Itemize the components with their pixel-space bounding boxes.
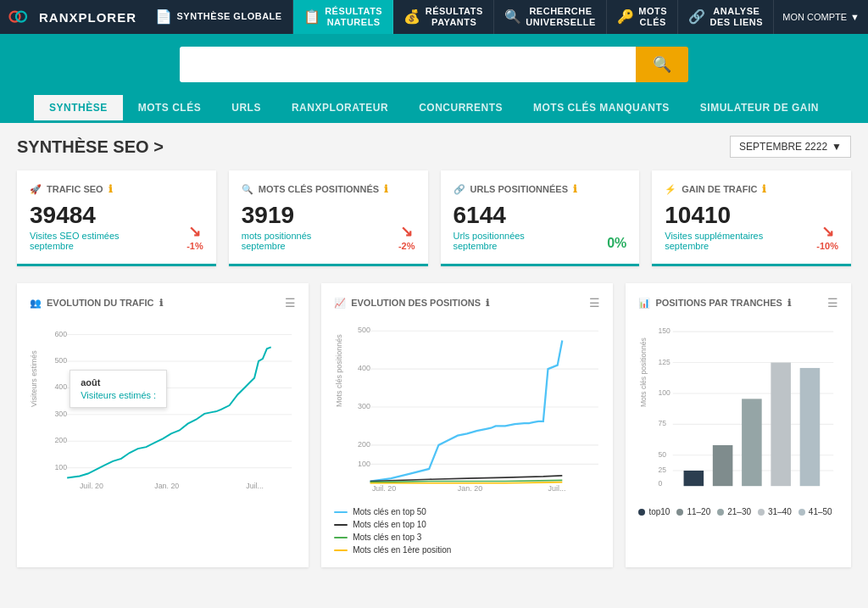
kpi-urls: 🔗 URLS POSITIONNÉES ℹ 6144 Urls position… — [441, 170, 640, 266]
nav-icon-liens: 🔗 — [688, 8, 706, 25]
legend-label-1st: Mots clés en 1ère position — [353, 545, 451, 555]
search-button[interactable]: 🔍 — [636, 47, 688, 82]
svg-text:200: 200 — [358, 440, 370, 449]
bar-41-50 — [800, 368, 821, 486]
tab-concurrents[interactable]: CONCURRENTS — [403, 95, 518, 123]
svg-text:400: 400 — [54, 382, 67, 391]
kpi-change-value-trafic: -1% — [186, 241, 203, 251]
kpi-body-urls: 6144 Urls positionnées septembre 0% — [453, 202, 627, 251]
chart-tooltip-trafic: août Visiteurs estimés : — [70, 370, 167, 408]
tab-mots-cles[interactable]: MOTS CLÉS — [123, 95, 217, 123]
tab-simulateur-gain[interactable]: SIMULATEUR DE GAIN — [685, 95, 834, 123]
trafic-icon: 🚀 — [30, 184, 42, 195]
svg-text:Juil...: Juil... — [548, 484, 566, 493]
info-icon-motscles: ℹ — [384, 183, 388, 195]
chevron-down-icon: ▼ — [850, 12, 860, 22]
search-section: 🔍 — [0, 34, 868, 95]
search-icon: 🔍 — [653, 56, 671, 73]
legend-label-top50: Mots clés en top 50 — [353, 507, 426, 516]
top-nav: RANXPLORER 📄 SYNTHÈSE GLOBALE 📋 RÉSULTAT… — [0, 0, 868, 34]
bar-dot-31-40 — [758, 509, 765, 516]
bar-legend-21-30: 21–30 — [717, 507, 751, 516]
chart-icon-positions: 📈 — [334, 298, 346, 309]
tab-ranxplorateur[interactable]: RANXPLORATEUR — [276, 95, 403, 123]
tab-urls[interactable]: URLS — [216, 95, 276, 123]
bar-legend-41-50: 41–50 — [798, 507, 832, 516]
nav-recherche-universelle[interactable]: 🔍 RECHERCHEUNIVERSELLE — [494, 0, 607, 34]
legend-1st: Mots clés en 1ère position — [334, 545, 600, 555]
kpi-row: 🚀 TRAFIC SEO ℹ 39484 Visites SEO estimée… — [17, 170, 851, 266]
chart-menu-trafic[interactable]: ☰ — [285, 296, 296, 310]
svg-text:300: 300 — [54, 410, 67, 418]
tab-synthese[interactable]: SYNTHÈSE — [34, 95, 123, 123]
nav-resultats-payants[interactable]: 💰 RÉSULTATSPAYANTS — [393, 0, 494, 34]
nav-account[interactable]: MON COMPTE ▼ — [782, 12, 860, 22]
bar-label-31-40: 31–40 — [768, 507, 792, 516]
bar-label-21-30: 21–30 — [727, 507, 751, 516]
nav-resultats-naturels[interactable]: 📋 RÉSULTATSNATURELS — [293, 0, 394, 34]
svg-text:500: 500 — [358, 326, 370, 334]
svg-text:600: 600 — [54, 330, 67, 338]
motscles-icon: 🔍 — [242, 184, 253, 195]
kpi-gain-trafic: ⚡ GAIN DE TRAFIC ℹ 10410 Visites supplém… — [652, 170, 851, 266]
tab-mots-cles-manquants[interactable]: MOTS CLÉS MANQUANTS — [518, 95, 685, 123]
kpi-body-motscles: 3919 mots positionnés septembre ↘ -2% — [242, 202, 415, 251]
info-icon-chart-tranches: ℹ — [787, 298, 791, 309]
kpi-value-urls: 6144 — [453, 202, 525, 229]
chart-title-positions: 📈 EVOLUTION DES POSITIONS ℹ — [334, 298, 489, 309]
kpi-change-value-gain: -10% — [816, 241, 838, 251]
chart-area-positions: 500 400 300 200 100 — [334, 314, 600, 500]
bar-label-11-20: 11–20 — [687, 507, 710, 516]
positions-chart-svg: 500 400 300 200 100 — [334, 314, 600, 500]
kpi-change-urls: 0% — [607, 236, 626, 251]
svg-text:Juil. 20: Juil. 20 — [80, 482, 103, 490]
kpi-sublabel-urls: Urls positionnées septembre — [453, 231, 525, 251]
svg-text:Mots clés positionnés: Mots clés positionnés — [639, 337, 648, 407]
charts-row: 👥 EVOLUTION DU TRAFIC ℹ ☰ août Visiteurs… — [17, 283, 851, 567]
svg-text:Juil. 20: Juil. 20 — [372, 484, 396, 493]
nav-label-naturels: RÉSULTATSNATURELS — [325, 6, 382, 28]
nav-icon-synthese: 📄 — [155, 8, 173, 25]
search-input[interactable] — [180, 47, 636, 82]
page-title: SYNTHÈSE SEO > — [17, 137, 164, 157]
tabs-bar: SYNTHÈSE MOTS CLÉS URLS RANXPLORATEUR CO… — [0, 95, 868, 123]
tooltip-value: Visiteurs estimés : — [81, 390, 156, 400]
svg-text:Juil...: Juil... — [246, 482, 264, 490]
nav-mots-cles[interactable]: 🔑 MOTSCLÉS — [607, 0, 678, 34]
bar-21-30 — [742, 399, 762, 486]
account-label: MON COMPTE — [782, 12, 847, 22]
nav-label-universelle: RECHERCHEUNIVERSELLE — [526, 6, 596, 28]
chart-evolution-positions: 📈 EVOLUTION DES POSITIONS ℹ ☰ 500 400 30… — [321, 283, 613, 567]
bar-dot-21-30 — [717, 509, 724, 516]
chart-area-tranches: 150 125 100 75 50 25 0 — [638, 314, 838, 500]
nav-label-liens: ANALYSEDES LIENS — [710, 6, 764, 28]
nav-label-synthese: SYNTHÈSE GLOBALE — [177, 11, 282, 22]
svg-text:Jan. 20: Jan. 20 — [458, 484, 482, 493]
kpi-change-gain: ↘ -10% — [816, 222, 838, 251]
chart-menu-tranches[interactable]: ☰ — [827, 296, 838, 310]
kpi-sublabel-gain: Visites supplémentaires septembre — [665, 231, 763, 251]
page-header: SYNTHÈSE SEO > SEPTEMBRE 2222 ▼ — [17, 136, 851, 158]
chart-evolution-trafic: 👥 EVOLUTION DU TRAFIC ℹ ☰ août Visiteurs… — [17, 283, 309, 567]
info-icon-trafic: ℹ — [108, 183, 113, 195]
svg-text:25: 25 — [659, 466, 667, 474]
arrow-down-icon-3: ↘ — [821, 222, 834, 241]
logo[interactable]: RANXPLORER — [8, 8, 136, 25]
nav-synthese-globale[interactable]: 📄 SYNTHÈSE GLOBALE — [145, 0, 293, 34]
bar-legend-11-20: 11–20 — [676, 507, 710, 516]
nav-icon-universelle: 🔍 — [504, 8, 522, 25]
kpi-label-urls: URLS POSITIONNÉES — [470, 184, 569, 194]
svg-text:500: 500 — [54, 356, 67, 365]
chart-header-trafic: 👥 EVOLUTION DU TRAFIC ℹ ☰ — [30, 296, 296, 310]
search-bar: 🔍 — [180, 47, 688, 82]
chart-menu-positions[interactable]: ☰ — [589, 296, 600, 310]
date-selector[interactable]: SEPTEMBRE 2222 ▼ — [730, 136, 851, 158]
logo-icon — [8, 8, 34, 25]
nav-analyse-liens[interactable]: 🔗 ANALYSEDES LIENS — [678, 0, 774, 34]
bar-11-20 — [713, 445, 733, 486]
legend-dot-1st — [334, 549, 348, 551]
arrow-down-icon: ↘ — [188, 222, 201, 241]
tranches-chart-svg: 150 125 100 75 50 25 0 — [638, 314, 838, 500]
legend-top10: Mots clés en top 10 — [334, 520, 600, 529]
svg-text:100: 100 — [358, 460, 370, 468]
